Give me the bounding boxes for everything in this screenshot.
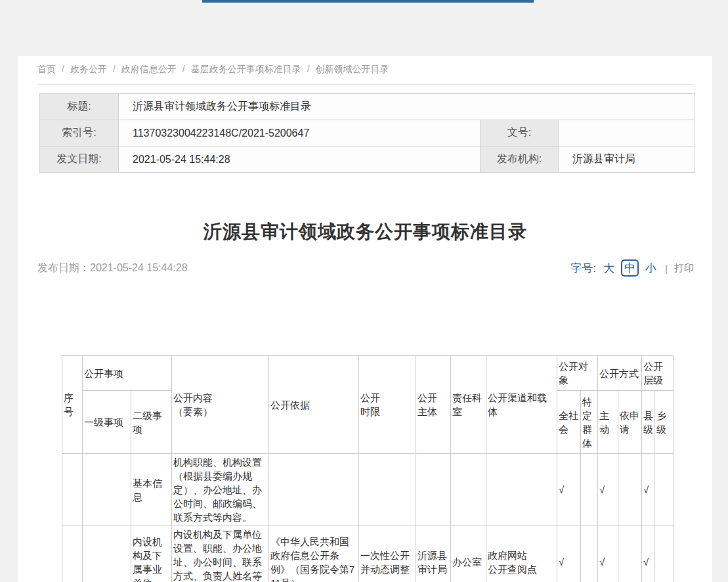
cell-level1	[83, 454, 131, 526]
cell-seq	[62, 526, 83, 582]
table-row: 内设机构及下属事业单位 内设机构及下属单位设置、职能、办公地址、办公时间、联系方…	[62, 526, 674, 582]
breadcrumb-jczw-catalog[interactable]: 基层政务公开事项标准目录	[191, 64, 301, 74]
th-method-active: 主动	[598, 391, 618, 454]
font-size-label: 字号:	[570, 261, 596, 276]
th-audience-specific: 特定群体	[581, 391, 598, 454]
breadcrumb-separator: /	[113, 64, 116, 74]
th-seq: 序号	[62, 356, 83, 454]
check-cell-audience-all: √	[557, 454, 581, 526]
th-channel: 公开渠道和载体	[486, 356, 557, 454]
font-large-button[interactable]: 大	[603, 261, 614, 276]
th-level: 公开层级	[642, 356, 674, 391]
meta-title-value: 沂源县审计领域政务公开事项标准目录	[119, 94, 695, 120]
cell-dept	[451, 454, 486, 526]
meta-row-date: 发文日期: 2021-05-24 15:44:28 发布机构: 沂源县审计局	[40, 146, 695, 173]
th-level-town: 乡级	[655, 391, 674, 454]
cell-level2: 基本信息	[131, 454, 172, 526]
table-header-row-1: 序号 公开事项 公开内容 （要素） 公开依据 公开 时限 公开 主体 责任科室 …	[62, 356, 674, 391]
th-content: 公开内容 （要素）	[172, 356, 269, 454]
meta-docnum-label: 文号:	[481, 120, 559, 146]
check-cell-level-county: √	[642, 526, 655, 582]
check-cell-audience-specific	[581, 526, 598, 582]
breadcrumb-zwgk[interactable]: 政务公开	[70, 64, 107, 74]
cell-content: 内设机构及下属单位设置、职能、办公地址、办公时间、联系方式、负责人姓名等内容。	[172, 526, 269, 582]
check-cell-method-active: √	[598, 454, 618, 526]
th-method: 公开方式	[598, 356, 642, 391]
print-button[interactable]: 打印	[674, 262, 694, 275]
breadcrumb-separator: /	[307, 64, 310, 74]
th-audience-all: 全社 会	[557, 391, 581, 454]
meta-title-label: 标题:	[40, 94, 119, 120]
breadcrumb-home[interactable]: 首页	[37, 64, 56, 74]
catalog-table: 序号 公开事项 公开内容 （要素） 公开依据 公开 时限 公开 主体 责任科室 …	[62, 355, 674, 582]
cell-channel	[486, 454, 557, 526]
meta-agency-label: 发布机构:	[481, 146, 559, 173]
check-cell-method-request	[618, 454, 642, 526]
meta-date-value: 2021-05-24 15:44:28	[119, 146, 481, 173]
font-size-controls: 字号: 大 中 小 | 打印	[570, 259, 694, 277]
meta-date-label: 发文日期:	[40, 146, 119, 173]
divider-pipe: |	[665, 263, 668, 274]
breadcrumb-separator: /	[62, 64, 64, 74]
breadcrumb-cxly-catalog[interactable]: 创新领域公开目录	[316, 64, 389, 74]
cell-subject: 沂源县 审计局	[416, 526, 451, 582]
publish-date: 发布日期：2021-05-24 15:44:28	[37, 261, 188, 275]
meta-agency-value: 沂源县审计局	[559, 146, 695, 173]
top-strip	[0, 0, 728, 3]
font-small-button[interactable]: 小	[645, 261, 656, 276]
th-subject: 公开 主体	[416, 356, 451, 454]
th-time-limit: 公开 时限	[359, 356, 416, 454]
page-title: 沂源县审计领域政务公开事项标准目录	[18, 220, 712, 244]
th-matter-l2: 二级事项	[131, 391, 172, 454]
cell-subject	[416, 454, 451, 526]
check-cell-method-active: √	[598, 526, 618, 582]
cell-seq	[62, 454, 83, 526]
check-cell-audience-all: √	[557, 526, 581, 582]
check-cell-level-town	[655, 454, 674, 526]
cell-level2: 内设机构及下属事业单位	[131, 526, 172, 582]
th-matter-l1: 一级事项	[83, 391, 131, 454]
content-card: 首页/政务公开/政府信息公开/基层政务公开事项标准目录/创新领域公开目录 标题:…	[18, 56, 712, 582]
check-cell-method-request	[618, 526, 642, 582]
table-row: 基本信息 机构职能、机构设置（根据县委编办规定）、办公地址、办公时间、邮政编码、…	[62, 454, 674, 526]
font-medium-button[interactable]: 中	[621, 259, 639, 277]
meta-index-label: 索引号:	[40, 120, 119, 146]
th-method-request: 依申请	[618, 391, 642, 454]
meta-docnum-value	[559, 120, 695, 146]
breadcrumb-divider	[37, 84, 694, 85]
top-nav-bar-edge	[202, 0, 534, 3]
publish-date-value: 2021-05-24 15:44:28	[90, 262, 188, 273]
th-audience: 公开对象	[557, 356, 598, 391]
cell-level1	[83, 526, 131, 582]
breadcrumb-separator: /	[182, 64, 185, 74]
meta-index-value: 11370323004223148C/2021-5200647	[119, 120, 481, 146]
cell-content: 机构职能、机构设置（根据县委编办规定）、办公地址、办公时间、邮政编码、联系方式等…	[172, 454, 269, 526]
meta-row-index: 索引号: 11370323004223148C/2021-5200647 文号:	[40, 120, 695, 146]
th-level-county: 县级	[642, 391, 655, 454]
check-cell-audience-specific	[581, 454, 598, 526]
th-dept: 责任科室	[451, 356, 486, 454]
cell-channel: 政府网站 公开查阅点	[486, 526, 557, 582]
cell-time-limit: 一次性公开并动态调整	[359, 526, 416, 582]
publish-date-label: 发布日期：	[37, 262, 90, 273]
breadcrumb-zfxxgk[interactable]: 政府信息公开	[121, 64, 177, 74]
th-matter: 公开事项	[83, 356, 172, 391]
cell-time-limit	[359, 454, 416, 526]
check-cell-level-town	[655, 526, 674, 582]
cell-basis	[269, 454, 359, 526]
document-meta-table: 标题: 沂源县审计领域政务公开事项标准目录 索引号: 1137032300422…	[39, 93, 695, 173]
publish-row: 发布日期：2021-05-24 15:44:28 字号: 大 中 小 | 打印	[37, 258, 694, 278]
cell-dept: 办公室	[451, 526, 486, 582]
cell-basis: 《中华人民共和国政府信息公开条例》（国务院令第711号）	[269, 526, 359, 582]
th-basis: 公开依据	[269, 356, 359, 454]
meta-row-title: 标题: 沂源县审计领域政务公开事项标准目录	[40, 94, 695, 120]
check-cell-level-county: √	[642, 454, 655, 526]
breadcrumb: 首页/政务公开/政府信息公开/基层政务公开事项标准目录/创新领域公开目录	[37, 64, 389, 76]
